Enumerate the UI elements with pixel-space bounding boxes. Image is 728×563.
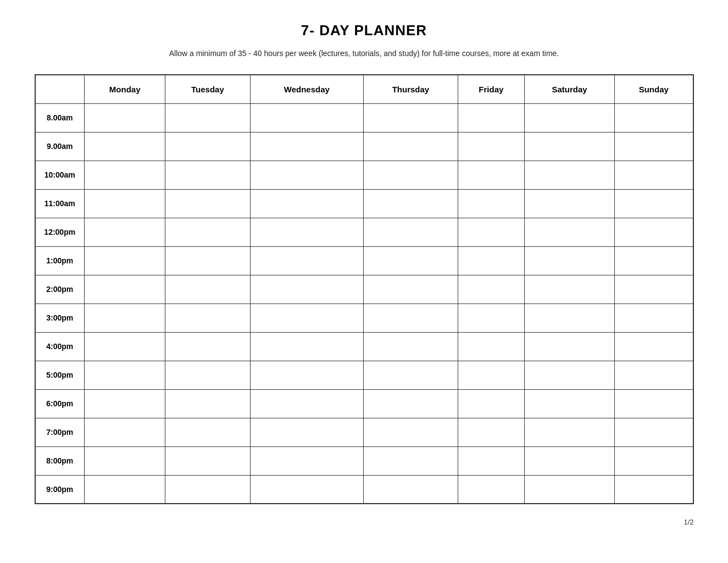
cell-sunday-0[interactable] <box>615 103 693 132</box>
cell-sunday-9[interactable] <box>615 361 693 389</box>
cell-monday-7[interactable] <box>85 303 165 332</box>
cell-tuesday-3[interactable] <box>165 189 250 218</box>
cell-friday-6[interactable] <box>458 275 524 303</box>
cell-friday-12[interactable] <box>458 446 524 475</box>
cell-monday-2[interactable] <box>85 161 165 189</box>
cell-saturday-13[interactable] <box>524 475 614 504</box>
cell-wednesday-6[interactable] <box>250 275 364 303</box>
cell-tuesday-12[interactable] <box>165 446 250 475</box>
cell-sunday-11[interactable] <box>615 418 693 446</box>
cell-thursday-13[interactable] <box>364 475 458 504</box>
cell-sunday-4[interactable] <box>615 218 693 246</box>
cell-thursday-3[interactable] <box>364 189 458 218</box>
cell-thursday-1[interactable] <box>364 132 458 161</box>
cell-saturday-11[interactable] <box>524 418 614 446</box>
cell-wednesday-7[interactable] <box>250 303 364 332</box>
cell-saturday-4[interactable] <box>524 218 614 246</box>
cell-friday-7[interactable] <box>458 303 524 332</box>
cell-monday-1[interactable] <box>85 132 165 161</box>
cell-friday-13[interactable] <box>458 475 524 504</box>
cell-tuesday-4[interactable] <box>165 218 250 246</box>
cell-sunday-2[interactable] <box>615 161 693 189</box>
cell-wednesday-3[interactable] <box>250 189 364 218</box>
cell-thursday-11[interactable] <box>364 418 458 446</box>
cell-tuesday-1[interactable] <box>165 132 250 161</box>
cell-saturday-9[interactable] <box>524 361 614 389</box>
cell-saturday-7[interactable] <box>524 303 614 332</box>
cell-tuesday-2[interactable] <box>165 161 250 189</box>
cell-monday-11[interactable] <box>85 418 165 446</box>
cell-monday-6[interactable] <box>85 275 165 303</box>
cell-friday-8[interactable] <box>458 332 524 361</box>
cell-wednesday-5[interactable] <box>250 246 364 275</box>
cell-saturday-8[interactable] <box>524 332 614 361</box>
cell-saturday-0[interactable] <box>524 103 614 132</box>
cell-wednesday-8[interactable] <box>250 332 364 361</box>
cell-tuesday-10[interactable] <box>165 389 250 418</box>
cell-friday-3[interactable] <box>458 189 524 218</box>
cell-tuesday-5[interactable] <box>165 246 250 275</box>
cell-sunday-13[interactable] <box>615 475 693 504</box>
cell-wednesday-9[interactable] <box>250 361 364 389</box>
cell-sunday-6[interactable] <box>615 275 693 303</box>
cell-tuesday-8[interactable] <box>165 332 250 361</box>
cell-saturday-10[interactable] <box>524 389 614 418</box>
cell-sunday-3[interactable] <box>615 189 693 218</box>
cell-wednesday-4[interactable] <box>250 218 364 246</box>
cell-wednesday-12[interactable] <box>250 446 364 475</box>
cell-friday-11[interactable] <box>458 418 524 446</box>
cell-sunday-12[interactable] <box>615 446 693 475</box>
cell-sunday-7[interactable] <box>615 303 693 332</box>
cell-sunday-1[interactable] <box>615 132 693 161</box>
cell-tuesday-13[interactable] <box>165 475 250 504</box>
cell-wednesday-1[interactable] <box>250 132 364 161</box>
cell-thursday-10[interactable] <box>364 389 458 418</box>
cell-thursday-9[interactable] <box>364 361 458 389</box>
cell-tuesday-9[interactable] <box>165 361 250 389</box>
cell-wednesday-13[interactable] <box>250 475 364 504</box>
cell-monday-10[interactable] <box>85 389 165 418</box>
cell-sunday-8[interactable] <box>615 332 693 361</box>
cell-friday-2[interactable] <box>458 161 524 189</box>
cell-wednesday-10[interactable] <box>250 389 364 418</box>
header-time <box>35 75 85 103</box>
cell-wednesday-11[interactable] <box>250 418 364 446</box>
cell-sunday-10[interactable] <box>615 389 693 418</box>
cell-thursday-5[interactable] <box>364 246 458 275</box>
cell-monday-9[interactable] <box>85 361 165 389</box>
cell-saturday-2[interactable] <box>524 161 614 189</box>
cell-thursday-6[interactable] <box>364 275 458 303</box>
cell-wednesday-0[interactable] <box>250 103 364 132</box>
cell-thursday-4[interactable] <box>364 218 458 246</box>
cell-wednesday-2[interactable] <box>250 161 364 189</box>
cell-tuesday-6[interactable] <box>165 275 250 303</box>
cell-thursday-12[interactable] <box>364 446 458 475</box>
cell-saturday-6[interactable] <box>524 275 614 303</box>
cell-friday-5[interactable] <box>458 246 524 275</box>
cell-saturday-1[interactable] <box>524 132 614 161</box>
cell-tuesday-0[interactable] <box>165 103 250 132</box>
cell-saturday-3[interactable] <box>524 189 614 218</box>
cell-friday-9[interactable] <box>458 361 524 389</box>
cell-friday-1[interactable] <box>458 132 524 161</box>
cell-thursday-0[interactable] <box>364 103 458 132</box>
cell-monday-3[interactable] <box>85 189 165 218</box>
cell-friday-4[interactable] <box>458 218 524 246</box>
cell-monday-13[interactable] <box>85 475 165 504</box>
cell-thursday-2[interactable] <box>364 161 458 189</box>
cell-sunday-5[interactable] <box>615 246 693 275</box>
cell-friday-0[interactable] <box>458 103 524 132</box>
cell-monday-12[interactable] <box>85 446 165 475</box>
cell-thursday-7[interactable] <box>364 303 458 332</box>
cell-thursday-8[interactable] <box>364 332 458 361</box>
cell-tuesday-11[interactable] <box>165 418 250 446</box>
cell-tuesday-7[interactable] <box>165 303 250 332</box>
cell-monday-4[interactable] <box>85 218 165 246</box>
cell-monday-0[interactable] <box>85 103 165 132</box>
cell-friday-10[interactable] <box>458 389 524 418</box>
table-row: 9.00am <box>35 132 693 161</box>
cell-saturday-5[interactable] <box>524 246 614 275</box>
cell-saturday-12[interactable] <box>524 446 614 475</box>
cell-monday-5[interactable] <box>85 246 165 275</box>
cell-monday-8[interactable] <box>85 332 165 361</box>
